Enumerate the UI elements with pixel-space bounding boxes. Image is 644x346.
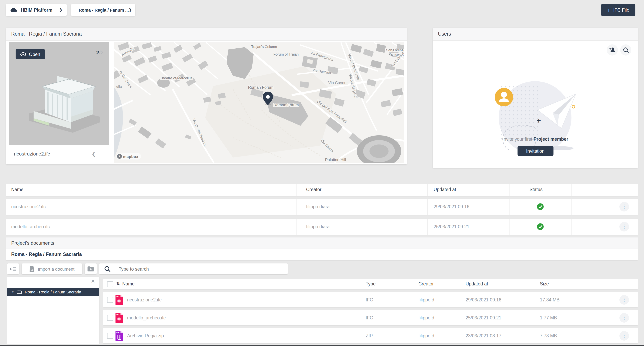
table-row[interactable]: modello_archeo.ifc filippo diara 25/03/2… (6, 219, 638, 235)
plus-symbol: + (537, 116, 541, 125)
add-user-icon (609, 47, 616, 53)
svg-text:✽: ✽ (117, 299, 121, 304)
row-size: 17.84 MB (540, 298, 560, 302)
model-preview-card[interactable]: Open 2/2 ricostruzione2.ifc ❮ (9, 42, 109, 163)
import-document-button[interactable]: Import a document (22, 264, 82, 274)
row-checkbox[interactable] (107, 315, 113, 321)
column-name: Name (11, 187, 24, 192)
row-creator: filippo d (418, 334, 434, 338)
row-type: ZIP (366, 334, 373, 338)
users-panel-header: Users (433, 28, 638, 41)
document-row[interactable]: IFC ✽ modello_archeo.ifc IFC filippo d 2… (103, 310, 638, 326)
row-creator: filippo diara (306, 224, 330, 229)
file-icon: IFC ✽ (115, 312, 124, 323)
select-all-checkbox[interactable] (107, 281, 113, 287)
status-ok-icon (537, 203, 544, 210)
users-panel: Users (433, 28, 638, 168)
model-file-bar: ricostruzione2.ifc ❮ (9, 145, 109, 163)
row-type: IFC (366, 316, 373, 320)
map-label: Trajan's Column (251, 45, 277, 49)
svg-text:ZIP: ZIP (116, 331, 120, 334)
row-menu-button[interactable]: ⋮ (620, 331, 629, 340)
project-panel-header: Roma - Regia / Fanum Sacraria (6, 28, 407, 41)
eye-icon (20, 52, 26, 56)
app-root: HBIM Platform ❯ Roma - Regia / Fanum ...… (0, 0, 644, 346)
tree-item-label: Roma - Regia / Fanum Sacraria (25, 290, 81, 294)
mapbox-wordmark: mapbox (123, 154, 138, 158)
invitation-button[interactable]: Invitation (517, 146, 553, 156)
document-row[interactable]: IFC ✽ ricostruzione2.ifc IFC filippo d 2… (103, 292, 638, 308)
plus-icon: + (607, 7, 610, 13)
mapbox-map[interactable]: Arenulare De' CenciellaTheatre of Marcel… (114, 42, 404, 163)
row-size: 7.78 MB (540, 334, 557, 338)
column-name: Name (122, 282, 134, 286)
map-label: Palatine Hill (325, 158, 346, 162)
ifc-table-body: ricostruzione2.ifc filippo diara 29/03/2… (6, 199, 638, 235)
status-ok-icon (537, 223, 544, 230)
new-folder-button[interactable] (85, 264, 97, 274)
bottom-edge-line (0, 345, 644, 346)
import-document-icon (29, 266, 34, 272)
tree-outline-icon (10, 266, 16, 271)
new-folder-icon (88, 266, 94, 272)
mapbox-attribution[interactable]: ➤ mapbox (116, 153, 141, 160)
import-document-label: Import a document (38, 266, 74, 271)
model-counter-current: 2 (96, 50, 99, 56)
close-tree-icon[interactable]: ✕ (91, 278, 95, 284)
mapbox-logo-icon: ➤ (117, 154, 122, 159)
model-counter-total: /2 (99, 50, 104, 56)
map-label: ella (116, 84, 122, 88)
invite-text-bold: Project member (534, 137, 568, 142)
kebab-icon: ⋮ (622, 297, 627, 303)
row-type: IFC (366, 298, 373, 302)
chevron-right-icon: ❯ (129, 8, 132, 12)
map-label: Forum of Trajan (274, 52, 299, 56)
folder-tree-panel: ✕ ▾ Roma - Regia / Fanum Sacraria (7, 277, 99, 344)
row-menu-button[interactable]: ⋮ (620, 202, 629, 212)
column-updated-at: Updated at (466, 282, 488, 286)
column-creator: Creator (306, 187, 322, 192)
model-file-name: ricostruzione2.ifc (14, 151, 50, 157)
row-size: 1.77 MB (540, 316, 557, 320)
row-menu-button[interactable]: ⋮ (620, 313, 629, 322)
document-search-box[interactable] (99, 264, 288, 274)
sort-icon[interactable]: ⇅ (116, 281, 120, 286)
file-icon: ZIP ✽ (115, 330, 124, 341)
breadcrumb-platform[interactable]: HBIM Platform ❯ (6, 4, 67, 16)
documents-section-title: Project's documents (11, 240, 54, 246)
previous-model-chevron[interactable]: ❮ (92, 151, 96, 157)
row-name: modello_archeo.ifc (11, 224, 50, 229)
column-size: Size (540, 282, 549, 286)
search-icon (104, 266, 111, 272)
search-input[interactable] (118, 266, 271, 272)
row-updated-at: 25/03/2021 09:21 (434, 224, 469, 229)
row-updated-at: 29/03/2021 09:16 (466, 298, 501, 302)
row-name: ricostruzione2.ifc (127, 298, 162, 302)
search-icon (623, 47, 629, 53)
open-model-button[interactable]: Open (16, 49, 45, 59)
row-updated-at: 25/03/2021 09:21 (466, 316, 501, 320)
row-checkbox[interactable] (107, 297, 113, 303)
row-creator: filippo d (418, 298, 434, 302)
documents-table-body: IFC ✽ ricostruzione2.ifc IFC filippo d 2… (103, 292, 638, 344)
row-menu-button[interactable]: ⋮ (620, 295, 629, 304)
document-row[interactable]: ZIP ✽ Archivio Regia.zip ZIP filippo d 2… (103, 328, 638, 344)
table-row[interactable]: ricostruzione2.ifc filippo diara 29/03/2… (6, 199, 638, 215)
row-creator: filippo diara (306, 204, 330, 209)
column-status: Status (530, 187, 542, 192)
row-menu-button[interactable]: ⋮ (620, 222, 629, 232)
row-checkbox[interactable] (107, 333, 113, 339)
caret-down-icon: ▾ (12, 290, 14, 294)
cloud-icon (10, 8, 17, 12)
toggle-tree-button[interactable] (7, 264, 19, 274)
kebab-icon: ⋮ (622, 204, 627, 210)
documents-section-header: Project's documents (6, 238, 638, 249)
documents-table-header: ⇅ Name Type Creator Updated at Size (103, 279, 638, 290)
breadcrumb-project[interactable]: Roma - Regia / Fanum ... ❯ (71, 4, 135, 16)
tree-item-root[interactable]: ▾ Roma - Regia / Fanum Sacraria (7, 288, 99, 296)
kebab-icon: ⋮ (622, 332, 627, 338)
kebab-icon: ⋮ (622, 224, 627, 230)
row-creator: filippo d (418, 316, 434, 320)
map-container[interactable]: Arenulare De' CenciellaTheatre of Marcel… (114, 42, 404, 163)
add-ifc-file-button[interactable]: + IFC File (601, 4, 636, 16)
